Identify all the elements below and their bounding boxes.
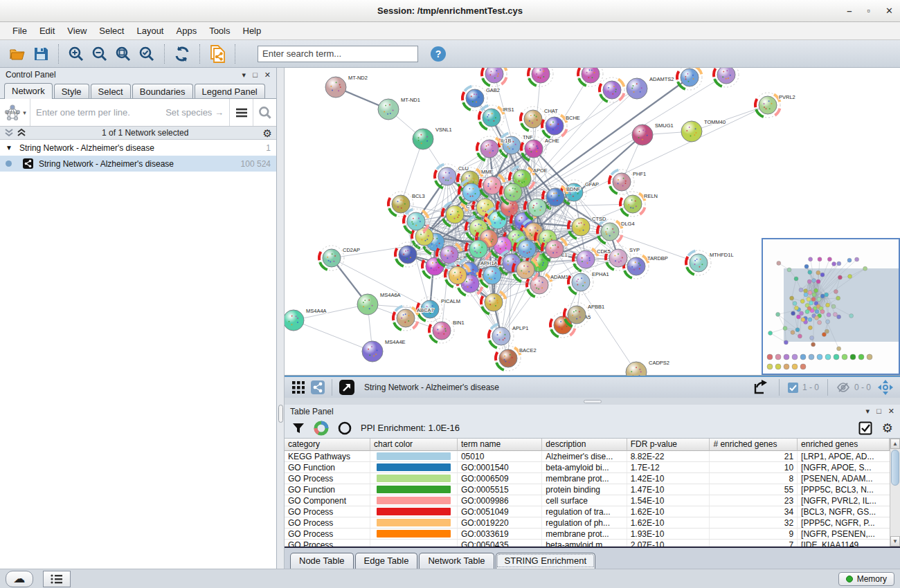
collapse-expand-icons[interactable] [4,128,28,138]
minimize-button[interactable]: – [847,6,852,16]
table-row[interactable]: GO ProcessGO:0033619membrane prot...1.93… [285,529,890,540]
open-session-button[interactable] [7,44,28,64]
tab-edge-table[interactable]: Edge Table [355,553,418,569]
cell-fdr-p-value: 1.47E-10 [627,484,710,495]
menu-tools[interactable]: Tools [204,24,235,38]
menu-file[interactable]: File [7,24,33,38]
column-header-FDR-p-value[interactable]: FDR p-value [627,439,710,451]
refresh-button[interactable] [172,44,192,64]
cell-num-enriched-genes: 7 [710,540,798,546]
float-panel-icon[interactable]: □ [876,407,881,416]
scroll-up-arrow[interactable]: ▲ [890,439,900,449]
select-terms-icon[interactable] [858,421,872,435]
rings-icon[interactable] [337,421,352,436]
task-history-button[interactable] [43,571,71,587]
tab-network-table[interactable]: Network Table [419,553,494,569]
network-options-gear-icon[interactable]: ⚙ [263,128,272,138]
svg-text:APH1A: APH1A [480,260,498,266]
tab-string-enrichment[interactable]: STRING Enrichment [496,553,595,569]
table-row[interactable]: GO ProcessGO:0019220regulation of ph...1… [285,517,890,529]
cell-term-name: GO:0033619 [458,529,542,539]
float-panel-icon[interactable]: □ [253,71,258,80]
export-view-icon[interactable] [751,377,769,398]
grid-view-icon[interactable] [290,377,307,398]
close-panel-icon[interactable]: ✕ [264,71,271,80]
tab-boundaries[interactable]: Boundaries [132,84,193,98]
close-panel-icon[interactable]: ✕ [888,407,894,416]
maximize-button[interactable]: ▫ [867,6,870,16]
column-header-chart-color[interactable]: chart color [370,439,458,451]
birds-eye-view[interactable] [762,238,900,375]
table-row[interactable]: GO ProcessGO:0006509membrane prot...1.42… [285,473,890,484]
cell-fdr-p-value: 1.93E-10 [627,529,710,539]
filter-icon[interactable] [291,421,305,435]
search-input[interactable] [258,46,418,62]
table-panel-buttons: ▾□✕ [866,407,894,416]
save-session-button[interactable] [30,44,51,64]
table-row[interactable]: KEGG Pathways05010Alzheimer's dise...8.8… [285,451,890,462]
column-header-category[interactable]: category [285,439,370,451]
scroll-down-arrow[interactable]: ▼ [890,536,900,546]
table-row[interactable]: GO ComponentGO:0009986cell surface1.54E-… [285,495,890,506]
svg-text:PICALM: PICALM [441,298,460,304]
zoom-in-button[interactable] [66,44,87,64]
zoom-out-button[interactable] [89,44,110,64]
enrichment-settings-gear-icon[interactable]: ⚙ [882,422,893,434]
cell-category: GO Component [285,495,370,506]
navigator-icon[interactable] [876,377,894,398]
tree-expander-icon[interactable]: ▼ [6,144,12,151]
tab-network[interactable]: Network [4,83,53,99]
horizontal-splitter[interactable] [285,398,900,405]
chart-color-swatch [377,530,451,538]
menu-edit[interactable]: Edit [34,24,60,38]
export-network-button[interactable] [207,44,228,64]
tab-legend-panel[interactable]: Legend Panel [195,84,265,98]
string-protein-query-dropdown[interactable]: STRING ▾ [0,99,30,126]
tree-row-label: String Network - Alzheimer's disease [39,159,174,169]
table-scrollbar[interactable]: ▲ ▼ [890,439,900,546]
tree-row[interactable]: String Network - Alzheimer's disease100 … [0,156,276,172]
close-button[interactable]: ✕ [885,6,893,16]
tab-style[interactable]: Style [54,84,89,98]
task-list-icon [50,573,64,585]
column-header-enriched-genes[interactable]: enriched genes [798,439,890,451]
table-row[interactable]: GO ProcessGO:0051049regulation of tra...… [285,506,890,517]
menu-select[interactable]: Select [93,24,129,38]
memory-button[interactable]: Memory [838,572,894,586]
window-controls: –▫✕ [847,6,893,16]
tab-select[interactable]: Select [91,84,131,98]
scroll-thumb[interactable] [891,450,899,486]
string-search-button[interactable] [253,99,276,126]
column-header-description[interactable]: description [542,439,627,451]
menu-apps[interactable]: Apps [171,24,203,38]
svg-text:MT-ND2: MT-ND2 [348,75,368,81]
chart-icon[interactable] [314,421,329,436]
tab-node-table[interactable]: Node Table [290,553,354,569]
column-header-term-name[interactable]: term name [458,439,542,451]
panel-splitter[interactable] [277,68,285,569]
tree-row[interactable]: ▼String Network - Alzheimer's disease1 [0,140,276,156]
table-row[interactable]: GO FunctionGO:0001540beta-amyloid bi...1… [285,462,890,473]
help-button[interactable]: ? [428,44,449,64]
table-row[interactable]: GO ProcessGO:0050435beta-amyloid m...2.0… [285,540,890,546]
float-menu-icon[interactable]: ▾ [242,71,246,80]
network-canvas[interactable]: MT-ND2MT-ND1VSNL1GAB2IRS1CHATBCHETNFIL1B… [285,68,900,376]
zoom-selected-button[interactable] [136,44,157,64]
cloud-button[interactable]: ☁ [6,571,33,587]
menu-layout[interactable]: Layout [131,24,169,38]
splitter-grip[interactable] [278,405,283,423]
float-menu-icon[interactable]: ▾ [866,407,870,416]
string-options-button[interactable] [229,99,253,126]
svg-text:IL1B: IL1B [501,138,511,144]
menu-view[interactable]: View [62,24,92,38]
string-term-input[interactable] [30,107,229,118]
string-view-icon[interactable] [309,377,326,398]
string-logo-icon: STRING [3,104,21,122]
zoom-fit-button[interactable] [113,44,134,64]
search-icon [258,105,273,120]
detach-view-icon[interactable] [338,377,356,398]
table-row[interactable]: GO FunctionGO:0005515protein binding1.47… [285,484,890,495]
cell-category: GO Function [285,462,370,472]
menu-help[interactable]: Help [237,24,267,38]
column-header--enriched-genes[interactable]: # enriched genes [710,439,798,451]
